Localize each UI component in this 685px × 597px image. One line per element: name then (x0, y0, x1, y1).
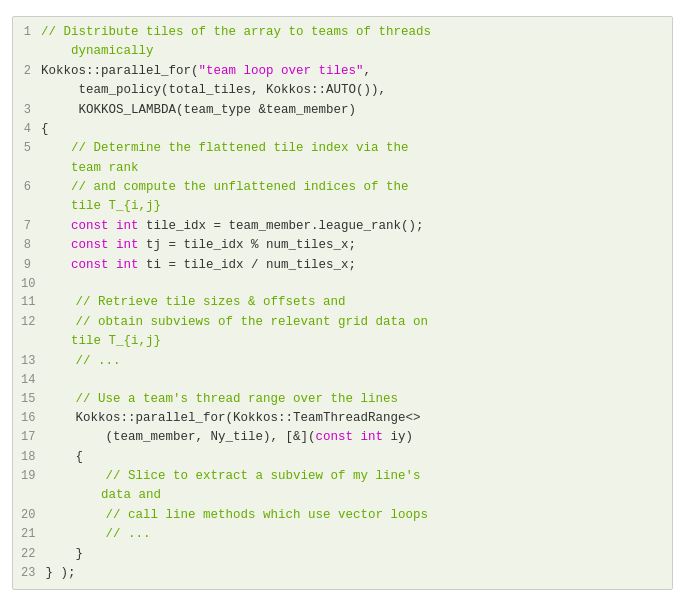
comment-token: tile T_{i,j} (41, 199, 161, 213)
code-line: 20 // call line methods which use vector… (21, 506, 664, 525)
comment-token: team rank (41, 161, 139, 175)
comment-token: // ... (45, 527, 150, 541)
plain-token (41, 238, 71, 252)
line-content: { (45, 448, 664, 467)
comment-token: // Slice to extract a subview of my line… (45, 469, 420, 483)
plain-token: } (45, 547, 83, 561)
code-line: 6 // and compute the unflattened indices… (21, 178, 664, 197)
line-content: // obtain subviews of the relevant grid … (45, 313, 664, 332)
code-line: tile T_{i,j} (21, 197, 664, 216)
plain-token: } ); (45, 566, 75, 580)
code-line: 18 { (21, 448, 664, 467)
code-line: 22 } (21, 545, 664, 564)
code-line: 2Kokkos::parallel_for("team loop over ti… (21, 62, 664, 81)
code-line: 19 // Slice to extract a subview of my l… (21, 467, 664, 486)
code-line: dynamically (21, 42, 664, 61)
code-line: 13 // ... (21, 352, 664, 371)
keyword-token: int (116, 258, 139, 272)
code-line: 7 const int tile_idx = team_member.leagu… (21, 217, 664, 236)
plain-token: KOKKOS_LAMBDA(team_type &team_member) (41, 103, 356, 117)
line-number: 18 (21, 448, 45, 467)
line-number: 9 (21, 256, 41, 275)
line-number: 12 (21, 313, 45, 332)
code-line: 11 // Retrieve tile sizes & offsets and (21, 293, 664, 312)
code-line: team rank (21, 159, 664, 178)
code-line: 5 // Determine the flattened tile index … (21, 139, 664, 158)
line-number: 22 (21, 545, 45, 564)
code-line: 10 (21, 275, 664, 294)
line-content: data and (41, 486, 664, 505)
comment-token: dynamically (41, 44, 154, 58)
keyword-token: const (71, 238, 109, 252)
plain-token: { (41, 122, 49, 136)
line-content: // Retrieve tile sizes & offsets and (45, 293, 664, 312)
code-line: team_policy(total_tiles, Kokkos::AUTO())… (21, 81, 664, 100)
line-content: // Distribute tiles of the array to team… (41, 23, 664, 42)
keyword-token: const (315, 430, 353, 444)
line-number: 5 (21, 139, 41, 158)
code-line: 8 const int tj = tile_idx % num_tiles_x; (21, 236, 664, 255)
plain-token (109, 238, 117, 252)
line-number: 8 (21, 236, 41, 255)
line-number: 14 (21, 371, 45, 390)
comment-token: // Distribute tiles of the array to team… (41, 25, 431, 39)
line-number: 19 (21, 467, 45, 486)
plain-token: tj = tile_idx % num_tiles_x; (139, 238, 357, 252)
plain-token: { (45, 450, 83, 464)
line-content: const int tile_idx = team_member.league_… (41, 217, 664, 236)
line-content: dynamically (41, 42, 664, 61)
comment-token: // obtain subviews of the relevant grid … (45, 315, 428, 329)
line-number: 23 (21, 564, 45, 583)
line-content: // Use a team's thread range over the li… (45, 390, 664, 409)
line-content: // Slice to extract a subview of my line… (45, 467, 664, 486)
code-line: 21 // ... (21, 525, 664, 544)
code-line: 3 KOKKOS_LAMBDA(team_type &team_member) (21, 101, 664, 120)
string-token: "team loop over tiles" (199, 64, 364, 78)
line-content: tile T_{i,j} (41, 332, 664, 351)
line-content: Kokkos::parallel_for(Kokkos::TeamThreadR… (45, 409, 664, 428)
code-listing: 1// Distribute tiles of the array to tea… (12, 16, 673, 590)
comment-token: // Retrieve tile sizes & offsets and (45, 295, 345, 309)
code-line: tile T_{i,j} (21, 332, 664, 351)
line-number: 2 (21, 62, 41, 81)
comment-token: // Use a team's thread range over the li… (45, 392, 398, 406)
line-number: 13 (21, 352, 45, 371)
comment-token: // ... (45, 354, 120, 368)
line-content: const int tj = tile_idx % num_tiles_x; (41, 236, 664, 255)
plain-token: Kokkos::parallel_for( (41, 64, 199, 78)
line-content: // and compute the unflattened indices o… (41, 178, 664, 197)
line-number: 10 (21, 275, 45, 294)
line-content: (team_member, Ny_tile), [&](const int iy… (45, 428, 664, 447)
code-line: 12 // obtain subviews of the relevant gr… (21, 313, 664, 332)
code-line: 17 (team_member, Ny_tile), [&](const int… (21, 428, 664, 447)
plain-token (41, 219, 71, 233)
comment-token: // call line methods which use vector lo… (45, 508, 428, 522)
keyword-token: int (360, 430, 383, 444)
plain-token: , (364, 64, 372, 78)
line-number: 21 (21, 525, 45, 544)
plain-token: iy) (383, 430, 413, 444)
plain-token: (team_member, Ny_tile), [&]( (45, 430, 315, 444)
line-number: 11 (21, 293, 45, 312)
code-line: 14 (21, 371, 664, 390)
plain-token: tile_idx = team_member.league_rank(); (139, 219, 424, 233)
plain-token: Kokkos::parallel_for(Kokkos::TeamThreadR… (45, 411, 420, 425)
line-content: // ... (45, 525, 664, 544)
line-content: KOKKOS_LAMBDA(team_type &team_member) (41, 101, 664, 120)
code-line: 16 Kokkos::parallel_for(Kokkos::TeamThre… (21, 409, 664, 428)
plain-token: ti = tile_idx / num_tiles_x; (139, 258, 357, 272)
line-content: tile T_{i,j} (41, 197, 664, 216)
code-line: data and (21, 486, 664, 505)
keyword-token: const (71, 258, 109, 272)
line-number: 6 (21, 178, 41, 197)
line-number: 7 (21, 217, 41, 236)
plain-token (109, 219, 117, 233)
line-content: team_policy(total_tiles, Kokkos::AUTO())… (41, 81, 664, 100)
line-number: 20 (21, 506, 45, 525)
code-line: 15 // Use a team's thread range over the… (21, 390, 664, 409)
code-line: 4{ (21, 120, 664, 139)
line-number: 3 (21, 101, 41, 120)
code-line: 1// Distribute tiles of the array to tea… (21, 23, 664, 42)
line-number: 4 (21, 120, 41, 139)
keyword-token: int (116, 219, 139, 233)
